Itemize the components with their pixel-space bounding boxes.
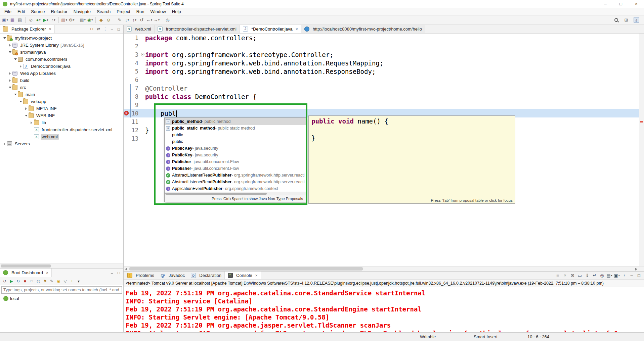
code-line-4[interactable]: 4import org.springframework.web.bind.ann…	[124, 59, 644, 67]
menu-navigate[interactable]: Navigate	[71, 8, 94, 15]
menu-project[interactable]: Project	[114, 8, 133, 15]
package-explorer-hscrollbar[interactable]	[0, 263, 123, 268]
search-icon[interactable]	[613, 16, 619, 24]
tree-item-src-main-java[interactable]: src/main/java	[0, 49, 123, 56]
link-with-editor-icon[interactable]: ⇄	[95, 27, 102, 31]
open-search-icon[interactable]: ⊙	[105, 16, 112, 24]
proposal-item[interactable]: CAbstractListenerReadPublisher - org.spr…	[165, 179, 306, 185]
scroll-lock-icon[interactable]: ⇓	[584, 272, 591, 279]
minimize-icon[interactable]: –	[109, 27, 115, 31]
menu-search[interactable]: Search	[94, 8, 114, 15]
tree-item-web-xml[interactable]: Xweb.xml	[0, 133, 123, 140]
terminate-icon[interactable]: ■	[554, 272, 561, 279]
stop-icon[interactable]: ■	[22, 278, 28, 285]
filter-icon[interactable]: ▽	[62, 278, 68, 285]
proposal-item[interactable]: IPublicKey - java.security	[165, 152, 306, 158]
edit-icon[interactable]: ✎	[49, 278, 55, 285]
editor-tab-web-xml[interactable]: Xweb.xml	[124, 25, 155, 33]
start-icon[interactable]: ▶	[8, 278, 14, 285]
menu-source[interactable]: Source	[28, 8, 48, 15]
minimize-icon[interactable]: –	[109, 271, 115, 275]
tree-item-web-app-libraries[interactable]: Web App Libraries	[0, 70, 123, 77]
expand-arrow-icon[interactable]	[20, 65, 22, 68]
collapse-all-icon[interactable]: ⊟	[88, 27, 95, 31]
proposal-item[interactable]: CAbstractListenerReadPublisher - org.spr…	[165, 172, 306, 179]
proposal-item[interactable]: public	[165, 132, 306, 138]
maximize-button[interactable]: □	[613, 0, 629, 8]
close-icon[interactable]: ×	[296, 27, 298, 32]
tree-item-jre-system-library[interactable]: JRE System Library[JavaSE-16]	[0, 42, 123, 49]
editor-tab-frontcontroller-dispatcher-servlet-xml[interactable]: Xfrontcontroller-dispatcher-servlet.xml	[155, 25, 240, 33]
proposal-item[interactable]: IPublisher - java.util.concurrent.Flow	[165, 165, 306, 172]
expand-arrow-icon[interactable]	[9, 72, 11, 75]
view-menu-icon[interactable]: ⋮	[621, 272, 628, 279]
skip-breakpoints-icon[interactable]: ⊘	[28, 16, 34, 24]
external-tools-icon[interactable]: ⚙▾	[68, 16, 75, 24]
word-wrap-icon[interactable]: ↵	[591, 272, 598, 279]
open-perspective-icon[interactable]: ⊞	[623, 16, 630, 24]
collapse-arrow-icon[interactable]	[3, 37, 6, 39]
scrollbar-thumb[interactable]	[129, 267, 363, 271]
scroll-left-arrow-icon[interactable]	[125, 268, 127, 271]
expand-arrow-icon[interactable]	[4, 143, 5, 145]
coverage-icon[interactable]: ▥▾	[61, 16, 68, 24]
previous-annotation-icon[interactable]: ↑▾	[131, 16, 138, 24]
new-wizard-icon[interactable]: ▣▾	[2, 16, 8, 24]
editor-tab-democontroller-java[interactable]: J*DemoController.java×	[240, 25, 301, 33]
autocomplete-hscrollbar[interactable]	[165, 192, 306, 195]
expand-arrow-icon[interactable]	[9, 79, 11, 82]
scrollbar-thumb[interactable]	[1, 264, 51, 267]
new-java-project-icon[interactable]: ▧▾	[79, 16, 86, 24]
back-icon[interactable]: ←▾	[146, 16, 153, 24]
fold-collapse-icon[interactable]: −	[141, 53, 144, 56]
console-tab-javadoc[interactable]: @Javadoc	[157, 272, 188, 279]
tree-item-frontcontroller-dispatcher-servlet-xml[interactable]: Xfrontcontroller-dispatcher-servlet.xml	[0, 126, 123, 133]
save-icon[interactable]: ▦	[9, 16, 16, 24]
collapse-arrow-icon[interactable]	[9, 87, 11, 88]
console-tab-problems[interactable]: !Problems	[124, 272, 157, 279]
java-perspective-icon[interactable]: J	[633, 16, 640, 24]
code-line-7[interactable]: 7@Controller	[124, 84, 644, 92]
collapse-arrow-icon[interactable]	[14, 58, 17, 60]
collapse-arrow-icon[interactable]	[14, 94, 17, 95]
close-icon[interactable]: ×	[49, 27, 51, 32]
open-browser-icon[interactable]: ◎	[35, 278, 41, 285]
tree-item-lib[interactable]: lib	[0, 119, 123, 126]
tree-item-src[interactable]: src	[0, 84, 123, 91]
tree-item-main[interactable]: main	[0, 91, 123, 98]
error-overview-mark[interactable]	[640, 121, 643, 123]
maximize-icon[interactable]: □	[115, 27, 122, 31]
console-output[interactable]: Feb 19, 2022 7:51:19 PM org.apache.catal…	[124, 287, 644, 332]
forward-icon[interactable]: →▾	[153, 16, 160, 24]
remove-all-terminated-icon[interactable]: ⊠	[569, 272, 576, 279]
open-console-icon[interactable]: ▭	[29, 278, 35, 285]
menu-run[interactable]: Run	[133, 8, 147, 15]
collapse-arrow-icon[interactable]	[25, 115, 28, 116]
view-menu-icon[interactable]: ▾	[76, 278, 82, 285]
console-tab-declaration[interactable]: DDeclaration	[188, 272, 224, 279]
restart-icon[interactable]: ↻	[15, 278, 21, 285]
profile-icon[interactable]: ◔▾	[50, 16, 56, 24]
menu-file[interactable]: File	[1, 8, 14, 15]
proposal-item[interactable]: public	[165, 138, 306, 145]
code-line-9[interactable]: 9	[124, 101, 644, 109]
menu-window[interactable]: Window	[147, 8, 169, 15]
bulb-icon[interactable]: ◉	[55, 278, 61, 285]
code-line-8[interactable]: 8public class DemoController {	[124, 92, 644, 101]
code-line-2[interactable]: 2	[124, 42, 644, 50]
tree-item-com-home-controllers[interactable]: com.home.controllers	[0, 56, 123, 63]
tag-icon[interactable]: ⚑	[42, 278, 48, 285]
close-icon[interactable]: ×	[46, 271, 48, 275]
close-button[interactable]: ×	[629, 0, 644, 8]
maximize-icon[interactable]: □	[115, 271, 122, 275]
boot-item-local[interactable]: local	[0, 295, 123, 302]
view-menu-icon[interactable]: ⋮	[102, 27, 109, 31]
collapse-arrow-icon[interactable]	[9, 51, 11, 53]
editor-vscrollbar[interactable]	[639, 34, 644, 266]
expand-arrow-icon[interactable]	[9, 44, 11, 47]
open-console-icon[interactable]: ▣▾	[613, 272, 620, 279]
expand-arrow-icon[interactable]	[31, 121, 32, 124]
jar-export-icon[interactable]: ◆	[98, 16, 104, 24]
expand-arrow-icon[interactable]	[25, 107, 27, 110]
print-icon[interactable]: ▤	[16, 16, 23, 24]
